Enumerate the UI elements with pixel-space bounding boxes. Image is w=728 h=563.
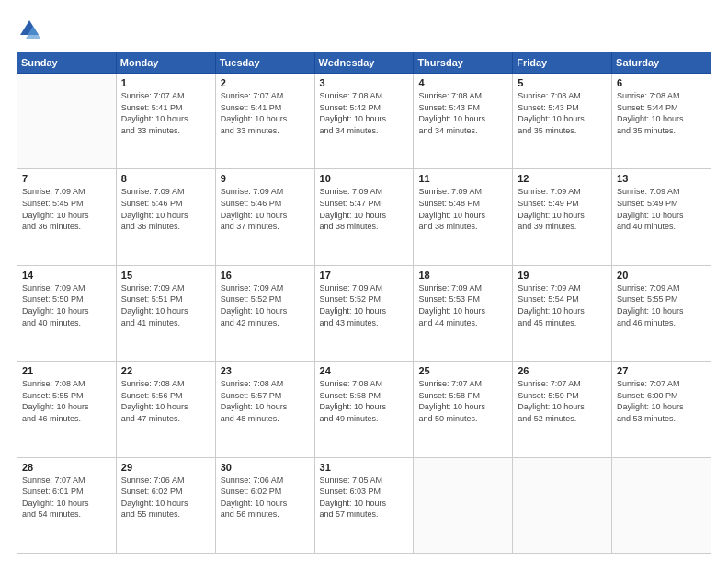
day-number: 16 [221, 270, 310, 281]
calendar-cell: 24Sunrise: 7:08 AM Sunset: 5:58 PM Dayli… [314, 362, 414, 457]
day-info: Sunrise: 7:08 AM Sunset: 5:57 PM Dayligh… [221, 378, 310, 424]
day-info: Sunrise: 7:07 AM Sunset: 6:01 PM Dayligh… [22, 475, 111, 521]
day-info: Sunrise: 7:06 AM Sunset: 6:02 PM Dayligh… [121, 475, 210, 521]
day-info: Sunrise: 7:09 AM Sunset: 5:53 PM Dayligh… [418, 282, 507, 328]
day-number: 7 [22, 173, 111, 184]
logo [17, 17, 46, 42]
calendar-week-4: 21Sunrise: 7:08 AM Sunset: 5:55 PM Dayli… [17, 362, 711, 457]
calendar-cell: 31Sunrise: 7:05 AM Sunset: 6:03 PM Dayli… [314, 457, 414, 553]
day-info: Sunrise: 7:07 AM Sunset: 5:58 PM Dayligh… [418, 378, 507, 424]
day-info: Sunrise: 7:08 AM Sunset: 5:58 PM Dayligh… [320, 378, 409, 424]
day-number: 27 [617, 365, 706, 376]
calendar-cell: 11Sunrise: 7:09 AM Sunset: 5:48 PM Dayli… [414, 169, 513, 265]
calendar-header-friday: Friday [513, 52, 612, 74]
calendar-cell: 12Sunrise: 7:09 AM Sunset: 5:49 PM Dayli… [513, 169, 612, 265]
day-number: 20 [617, 270, 706, 281]
header [17, 17, 711, 42]
calendar-cell: 16Sunrise: 7:09 AM Sunset: 5:52 PM Dayli… [215, 265, 314, 361]
calendar-cell: 17Sunrise: 7:09 AM Sunset: 5:52 PM Dayli… [314, 265, 414, 361]
day-number: 15 [121, 270, 210, 281]
day-info: Sunrise: 7:08 AM Sunset: 5:43 PM Dayligh… [518, 90, 607, 136]
day-info: Sunrise: 7:09 AM Sunset: 5:50 PM Dayligh… [22, 282, 111, 328]
day-info: Sunrise: 7:06 AM Sunset: 6:02 PM Dayligh… [221, 475, 310, 521]
calendar-cell: 21Sunrise: 7:08 AM Sunset: 5:55 PM Dayli… [17, 362, 117, 457]
day-number: 8 [121, 173, 210, 184]
calendar-header-thursday: Thursday [414, 52, 513, 74]
day-number: 30 [221, 462, 310, 473]
day-number: 11 [418, 173, 507, 184]
day-info: Sunrise: 7:08 AM Sunset: 5:56 PM Dayligh… [121, 378, 210, 424]
calendar-header-saturday: Saturday [612, 52, 711, 74]
day-number: 26 [518, 365, 607, 376]
day-number: 6 [617, 77, 706, 88]
calendar-header-row: SundayMondayTuesdayWednesdayThursdayFrid… [17, 52, 711, 74]
day-number: 19 [518, 270, 607, 281]
calendar-header-monday: Monday [116, 52, 215, 74]
day-number: 9 [221, 173, 310, 184]
day-number: 17 [320, 270, 409, 281]
day-number: 25 [418, 365, 507, 376]
day-info: Sunrise: 7:09 AM Sunset: 5:55 PM Dayligh… [617, 282, 706, 328]
calendar-cell: 3Sunrise: 7:08 AM Sunset: 5:42 PM Daylig… [314, 74, 414, 169]
calendar-table: SundayMondayTuesdayWednesdayThursdayFrid… [17, 52, 711, 554]
day-info: Sunrise: 7:09 AM Sunset: 5:45 PM Dayligh… [22, 186, 111, 232]
day-number: 10 [320, 173, 409, 184]
day-info: Sunrise: 7:09 AM Sunset: 5:52 PM Dayligh… [221, 282, 310, 328]
calendar-cell: 30Sunrise: 7:06 AM Sunset: 6:02 PM Dayli… [215, 457, 314, 553]
day-info: Sunrise: 7:09 AM Sunset: 5:52 PM Dayligh… [320, 282, 409, 328]
calendar-cell: 6Sunrise: 7:08 AM Sunset: 5:44 PM Daylig… [612, 74, 711, 169]
calendar-cell: 22Sunrise: 7:08 AM Sunset: 5:56 PM Dayli… [116, 362, 215, 457]
day-number: 18 [418, 270, 507, 281]
day-number: 29 [121, 462, 210, 473]
calendar-cell [612, 457, 711, 553]
day-info: Sunrise: 7:09 AM Sunset: 5:48 PM Dayligh… [418, 186, 507, 232]
calendar-cell: 7Sunrise: 7:09 AM Sunset: 5:45 PM Daylig… [17, 169, 117, 265]
calendar-cell: 20Sunrise: 7:09 AM Sunset: 5:55 PM Dayli… [612, 265, 711, 361]
day-number: 22 [121, 365, 210, 376]
day-info: Sunrise: 7:08 AM Sunset: 5:55 PM Dayligh… [22, 378, 111, 424]
calendar-cell: 14Sunrise: 7:09 AM Sunset: 5:50 PM Dayli… [17, 265, 117, 361]
day-number: 31 [320, 462, 409, 473]
day-info: Sunrise: 7:08 AM Sunset: 5:43 PM Dayligh… [418, 90, 507, 136]
page: SundayMondayTuesdayWednesdayThursdayFrid… [0, 0, 728, 563]
day-info: Sunrise: 7:09 AM Sunset: 5:49 PM Dayligh… [518, 186, 607, 232]
day-number: 4 [418, 77, 507, 88]
day-info: Sunrise: 7:09 AM Sunset: 5:46 PM Dayligh… [121, 186, 210, 232]
calendar-cell: 19Sunrise: 7:09 AM Sunset: 5:54 PM Dayli… [513, 265, 612, 361]
calendar-cell: 29Sunrise: 7:06 AM Sunset: 6:02 PM Dayli… [116, 457, 215, 553]
day-info: Sunrise: 7:09 AM Sunset: 5:54 PM Dayligh… [518, 282, 607, 328]
day-info: Sunrise: 7:07 AM Sunset: 5:41 PM Dayligh… [221, 90, 310, 136]
calendar-header-sunday: Sunday [17, 52, 117, 74]
logo-icon [17, 17, 42, 42]
calendar-week-5: 28Sunrise: 7:07 AM Sunset: 6:01 PM Dayli… [17, 457, 711, 553]
day-info: Sunrise: 7:09 AM Sunset: 5:49 PM Dayligh… [617, 186, 706, 232]
calendar-cell: 18Sunrise: 7:09 AM Sunset: 5:53 PM Dayli… [414, 265, 513, 361]
calendar-cell: 25Sunrise: 7:07 AM Sunset: 5:58 PM Dayli… [414, 362, 513, 457]
day-info: Sunrise: 7:07 AM Sunset: 6:00 PM Dayligh… [617, 378, 706, 424]
calendar-cell: 15Sunrise: 7:09 AM Sunset: 5:51 PM Dayli… [116, 265, 215, 361]
calendar-cell: 4Sunrise: 7:08 AM Sunset: 5:43 PM Daylig… [414, 74, 513, 169]
day-number: 24 [320, 365, 409, 376]
day-number: 1 [121, 77, 210, 88]
day-info: Sunrise: 7:07 AM Sunset: 5:59 PM Dayligh… [518, 378, 607, 424]
day-number: 14 [22, 270, 111, 281]
calendar-week-1: 1Sunrise: 7:07 AM Sunset: 5:41 PM Daylig… [17, 74, 711, 169]
day-info: Sunrise: 7:07 AM Sunset: 5:41 PM Dayligh… [121, 90, 210, 136]
calendar-body: 1Sunrise: 7:07 AM Sunset: 5:41 PM Daylig… [17, 74, 711, 554]
day-number: 12 [518, 173, 607, 184]
calendar-cell: 23Sunrise: 7:08 AM Sunset: 5:57 PM Dayli… [215, 362, 314, 457]
day-info: Sunrise: 7:08 AM Sunset: 5:42 PM Dayligh… [320, 90, 409, 136]
calendar-cell: 2Sunrise: 7:07 AM Sunset: 5:41 PM Daylig… [215, 74, 314, 169]
calendar-cell: 5Sunrise: 7:08 AM Sunset: 5:43 PM Daylig… [513, 74, 612, 169]
calendar-header-tuesday: Tuesday [215, 52, 314, 74]
day-number: 28 [22, 462, 111, 473]
calendar-cell: 8Sunrise: 7:09 AM Sunset: 5:46 PM Daylig… [116, 169, 215, 265]
day-number: 21 [22, 365, 111, 376]
calendar-header-wednesday: Wednesday [314, 52, 414, 74]
calendar-cell: 1Sunrise: 7:07 AM Sunset: 5:41 PM Daylig… [116, 74, 215, 169]
day-info: Sunrise: 7:09 AM Sunset: 5:46 PM Dayligh… [221, 186, 310, 232]
calendar-week-2: 7Sunrise: 7:09 AM Sunset: 5:45 PM Daylig… [17, 169, 711, 265]
day-number: 5 [518, 77, 607, 88]
day-info: Sunrise: 7:09 AM Sunset: 5:47 PM Dayligh… [320, 186, 409, 232]
calendar-cell: 9Sunrise: 7:09 AM Sunset: 5:46 PM Daylig… [215, 169, 314, 265]
